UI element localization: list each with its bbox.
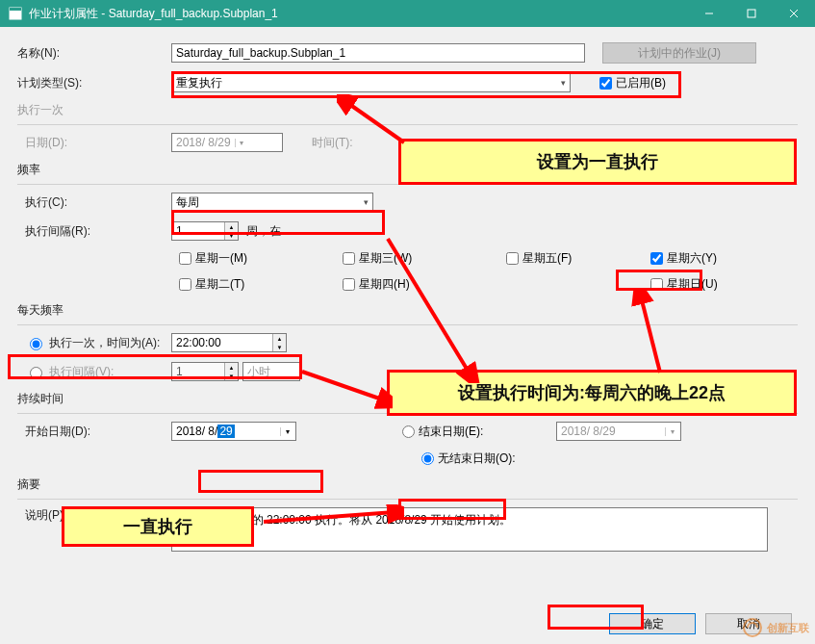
annotation-exec-time: 设置执行时间为:每周六的晚上22点 xyxy=(387,370,797,416)
enabled-checkbox[interactable]: 已启用(B) xyxy=(599,75,666,91)
once-date-picker: 2018/ 8/29 ▾ xyxy=(171,133,283,152)
dialog-content: 名称(N): 计划中的作业(J) 计划类型(S): 重复执行 ▾ 已启用(B) … xyxy=(0,27,815,644)
thursday-checkbox[interactable]: 星期四(H) xyxy=(343,276,506,293)
every-spinner: ▲▼ xyxy=(171,362,239,381)
spin-up-icon[interactable]: ▲ xyxy=(273,334,286,343)
annotation-always: 一直执行 xyxy=(62,506,254,547)
window-title: 作业计划属性 - Saturday_full_backup.Subplan_1 xyxy=(29,6,688,22)
saturday-checkbox[interactable]: 星期六(Y) xyxy=(650,250,717,267)
minimize-button[interactable] xyxy=(688,0,730,27)
tuesday-checkbox[interactable]: 星期二(T) xyxy=(179,276,343,293)
annotation-always-exec: 设置为一直执行 xyxy=(398,139,797,185)
once-time-label: 时间(T): xyxy=(312,135,353,151)
occurs-value: 每周 xyxy=(176,194,199,211)
occurs-combo[interactable]: 每周 ▾ xyxy=(171,193,373,212)
spin-up-icon[interactable]: ▲ xyxy=(225,222,238,231)
sunday-checkbox[interactable]: 星期日(U) xyxy=(650,276,718,293)
start-date-picker[interactable]: 2018/ 8/29 ▾ xyxy=(171,422,296,441)
app-icon xyxy=(8,6,23,21)
summary-section-title: 摘要 xyxy=(17,477,798,493)
occurs-label: 执行(C): xyxy=(17,194,171,211)
once-time-value[interactable] xyxy=(172,334,272,351)
jobs-in-schedule-button: 计划中的作业(J) xyxy=(602,42,756,64)
recurs-spinner[interactable]: ▲▼ xyxy=(171,221,239,241)
watermark: 创新互联 xyxy=(742,617,809,638)
ok-button[interactable]: 确定 xyxy=(609,613,696,634)
titlebar: 作业计划属性 - Saturday_full_backup.Subplan_1 xyxy=(0,0,815,27)
svg-rect-3 xyxy=(748,10,755,17)
no-end-date-radio[interactable]: 无结束日期(O): xyxy=(421,451,516,467)
svg-rect-1 xyxy=(10,8,21,11)
schedule-type-combo[interactable]: 重复执行 ▾ xyxy=(171,73,571,92)
occurs-once-radio[interactable]: 执行一次，时间为(A): xyxy=(17,335,171,351)
once-time-spinner[interactable]: ▲▼ xyxy=(171,333,287,352)
name-label: 名称(N): xyxy=(17,45,171,62)
chevron-down-icon: ▾ xyxy=(364,197,369,207)
wednesday-checkbox[interactable]: 星期三(W) xyxy=(343,250,506,267)
occurs-every-radio[interactable]: 执行间隔(V): xyxy=(17,364,171,380)
recurs-suffix: 周，在 xyxy=(246,223,281,240)
once-date-value: 2018/ 8/29 xyxy=(176,136,231,149)
end-date-radio[interactable]: 结束日期(E): xyxy=(402,424,556,440)
monday-checkbox[interactable]: 星期一(M) xyxy=(179,250,343,267)
daily-section-title: 每天频率 xyxy=(17,302,798,319)
start-date-label: 开始日期(D): xyxy=(17,424,171,440)
once-section-title: 执行一次 xyxy=(17,102,171,118)
schedule-type-value: 重复执行 xyxy=(176,75,222,91)
desc-textarea[interactable]: 在每周 星期六 的 22:00:00 执行。将从 2018/8/29 开始使用计… xyxy=(171,507,768,552)
calendar-dropdown-icon[interactable]: ▾ xyxy=(280,427,293,436)
friday-checkbox[interactable]: 星期五(F) xyxy=(506,250,650,267)
every-unit-combo: 小时 xyxy=(242,362,300,381)
calendar-dropdown-icon: ▾ xyxy=(235,139,248,147)
svg-point-11 xyxy=(744,619,761,636)
name-input[interactable] xyxy=(171,43,585,63)
spin-down-icon[interactable]: ▼ xyxy=(273,343,286,351)
schedule-type-label: 计划类型(S): xyxy=(17,75,171,91)
enabled-label: 已启用(B) xyxy=(616,75,666,91)
close-button[interactable] xyxy=(773,0,815,27)
end-date-picker: 2018/ 8/29 ▾ xyxy=(556,422,681,441)
chevron-down-icon: ▾ xyxy=(561,78,566,88)
enabled-checkbox-input[interactable] xyxy=(599,77,612,90)
maximize-button[interactable] xyxy=(730,0,773,27)
recurs-label: 执行间隔(R): xyxy=(17,223,171,240)
recurs-value[interactable] xyxy=(172,222,224,240)
spin-down-icon[interactable]: ▼ xyxy=(225,231,238,240)
calendar-dropdown-icon: ▾ xyxy=(665,427,678,436)
once-date-label: 日期(D): xyxy=(17,135,171,151)
